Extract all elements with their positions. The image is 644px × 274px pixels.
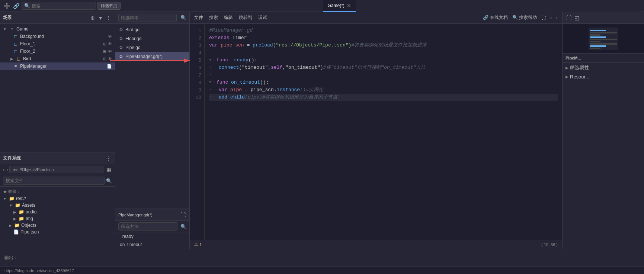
fold-btn-8[interactable]: ▼	[209, 79, 211, 86]
right-panel-icon-btn-1[interactable]: ⛶	[565, 14, 572, 22]
game-tab-label: Game(*)	[328, 3, 345, 8]
toolbar-expand-icon[interactable]: ⛶	[541, 15, 546, 20]
toolbar-search-help[interactable]: 🔍 搜索帮助	[512, 14, 537, 21]
scene-more-btn[interactable]: ⋮	[105, 14, 112, 22]
script-label-floor: Floor.gd	[125, 36, 141, 41]
right-panel-header: ⛶ ◱	[563, 12, 644, 24]
tree-label-bird: Bird	[23, 56, 102, 61]
main-layout: 场景 ⊕ ▼ ⋮ ▼ ○ Game ◻ Background 👁	[0, 12, 644, 249]
code-line-2: extends Timer	[209, 34, 558, 42]
filter-node-button[interactable]: 筛选节点	[97, 2, 121, 10]
filesystem-search-input[interactable]	[3, 177, 105, 185]
inspector-filter[interactable]: ▶ 筛选属性	[563, 63, 644, 72]
tree-item-game[interactable]: ▼ ○ Game	[0, 25, 115, 33]
toolbar-online-doc[interactable]: 🔗 在线文档	[483, 14, 507, 21]
fs-item-assets[interactable]: ▼ 📁 Assets	[0, 202, 115, 209]
scene-tree: ▼ ○ Game ◻ Background 👁 ◻ Floor_1	[0, 24, 115, 152]
right-panel-icons: ⛶ ◱	[565, 14, 580, 22]
fs-item-pipe-tscn[interactable]: 📄 Pipe.tscn	[0, 229, 115, 235]
line-num-7: 7	[190, 71, 204, 79]
editor-thumbnail	[589, 28, 618, 50]
scene-panel-title: 场景	[3, 14, 12, 21]
floor2-group-icon[interactable]: ⊞	[103, 49, 106, 54]
code-area: 1 2 3 4 5 6 7 8 9 10 #PipeManager.gd	[190, 24, 562, 240]
scene-search-input[interactable]	[32, 3, 93, 9]
floor1-visibility-icon[interactable]: 👁	[108, 42, 112, 46]
script-item-pipe[interactable]: ⚙ Pipe.gd	[115, 43, 189, 52]
fs-item-objects[interactable]: ▶ 📁 Objects	[0, 222, 115, 229]
filesystem-search-bar: 🔍	[0, 175, 115, 187]
scene-add-btn[interactable]: ⊕	[90, 14, 96, 22]
filesystem-title: 文件系统	[3, 155, 21, 161]
methods-list: _ready on_timeout	[115, 232, 189, 249]
inspector-filter-icon: ▶	[565, 66, 568, 70]
nav-forward-btn[interactable]: ›	[6, 167, 8, 173]
pipemanager-script-icon[interactable]: 📄	[107, 64, 112, 69]
floor2-visibility-icon[interactable]: 👁	[108, 49, 112, 54]
script-item-pipemanager[interactable]: ⚙ PipeManager.gd(*)	[115, 52, 189, 61]
scene-filter-btn[interactable]: ▼	[97, 14, 104, 22]
fs-item-audio[interactable]: ▶ 📁 audio	[0, 209, 115, 215]
script-filter-input[interactable]	[118, 14, 177, 22]
toolbar-jump[interactable]: 跳转到	[239, 14, 252, 21]
fold-btn-5[interactable]: ▼	[209, 57, 211, 64]
filesystem-panel: 文件系统 ⋮ ‹ › res://Objects/Pipe.tscn ▦ 🔍 ★…	[0, 152, 115, 249]
tree-item-bird[interactable]: ▶ ◻ Bird ⊞ 👁	[0, 55, 115, 62]
folder-icon-img: 📁	[19, 216, 24, 221]
toolbar-file[interactable]: 文件	[194, 14, 203, 21]
fs-item-img[interactable]: ▶ 📁 Img	[0, 215, 115, 222]
bird-visibility-icon[interactable]: 👁	[108, 57, 112, 61]
top-bar-left: ➕ 🔗 🔍 筛选节点	[3, 2, 321, 10]
folder-icon-assets: 📁	[15, 203, 20, 208]
toolbar-edit[interactable]: 编辑	[224, 14, 233, 21]
methods-expand-btn[interactable]: ⛶	[180, 211, 186, 219]
script-item-floor[interactable]: ⚙ Floor.gd	[115, 34, 189, 43]
warning-count: 1	[199, 242, 202, 247]
floor1-group-icon[interactable]: ⊞	[103, 42, 106, 46]
line-num-3: 3	[190, 42, 204, 49]
folder-icon-res: 📁	[9, 196, 15, 201]
inspector-resources-icon: ▶	[565, 75, 568, 79]
bird-group-icon[interactable]: ⊞	[103, 57, 106, 61]
script-label-pipemanager: PipeManager.gd(*)	[125, 54, 163, 59]
script-item-bird[interactable]: ⚙ Bird.gd	[115, 25, 189, 34]
floor2-actions: ⊞ 👁	[103, 49, 112, 54]
add-node-btn[interactable]: ➕	[3, 2, 11, 10]
right-panel-icon-btn-2[interactable]: ◱	[574, 14, 580, 22]
filesystem-header: 文件系统 ⋮	[0, 152, 115, 164]
scene-panel-actions: ⊕ ▼ ⋮	[90, 14, 112, 22]
methods-search-input[interactable]	[118, 222, 177, 231]
toolbar-debug[interactable]: 调试	[258, 14, 267, 21]
tab-close-icon[interactable]: ✕	[347, 3, 351, 9]
code-line-7: ›	[209, 71, 558, 79]
code-line-1: #PipeManager.gd	[209, 27, 558, 34]
toolbar-arrow-right[interactable]: ›	[556, 15, 558, 20]
line-num-1: 1	[190, 27, 204, 34]
tree-item-pipemanager[interactable]: ✕ PipeManager 📄	[0, 62, 115, 70]
toolbar-right: 🔗 在线文档 🔍 搜索帮助 ⛶ ‹ ›	[483, 14, 558, 21]
chevron-bird: ▶	[10, 57, 13, 61]
tree-item-floor2[interactable]: ◻ Floor_2 ⊞ 👁	[0, 48, 115, 55]
line-num-2: 2	[190, 34, 204, 42]
tree-item-floor1[interactable]: ◻ Floor_1 ⊞ 👁	[0, 40, 115, 48]
output-panel: 输出：	[0, 249, 644, 267]
method-item-ready[interactable]: _ready	[115, 232, 189, 241]
toolbar-search[interactable]: 搜索	[209, 14, 218, 21]
file-icon-pipe: 📄	[13, 229, 19, 235]
background-actions: 👁	[108, 34, 112, 39]
inspector-resources[interactable]: ▶ Resour...	[563, 72, 644, 81]
code-editor[interactable]: #PipeManager.gd extends Timer var pipe_s…	[205, 24, 562, 240]
filesystem-layout-btn[interactable]: ▦	[106, 166, 112, 173]
game-tab[interactable]: Game(*) ✕	[323, 0, 356, 12]
background-visibility-icon[interactable]: 👁	[108, 34, 112, 39]
code-line-10: › add_child(pipe)#将实例化的结果作为自身的子节点|	[209, 94, 558, 101]
link-btn[interactable]: 🔗	[12, 2, 20, 10]
toolbar-arrow-left[interactable]: ‹	[550, 15, 552, 20]
method-item-on-timeout[interactable]: on_timeout	[115, 241, 189, 249]
nav-back-btn[interactable]: ‹	[3, 167, 5, 173]
fs-item-res[interactable]: ▼ 📁 res://	[0, 195, 115, 202]
script-label-pipe: Pipe.gd	[125, 45, 141, 50]
tree-item-background[interactable]: ◻ Background 👁	[0, 33, 115, 40]
area-node-icon-bird: ◻	[16, 56, 22, 61]
filesystem-more-btn[interactable]: ⋮	[105, 155, 112, 162]
